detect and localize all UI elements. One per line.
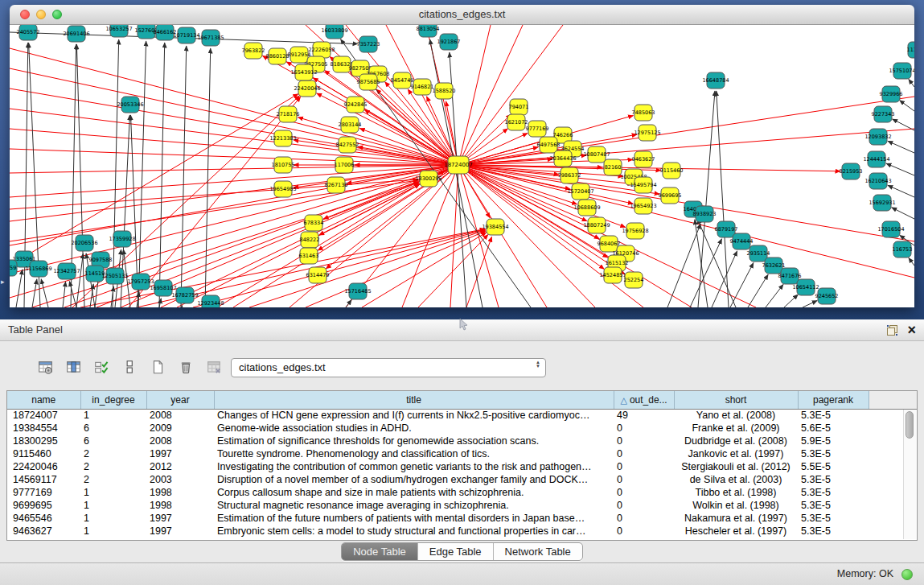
network-file-select[interactable]: citations_edges.txt ▲▼: [231, 358, 546, 377]
graph-edge[interactable]: [803, 300, 817, 307]
tab-edge-table[interactable]: Edge Table: [418, 543, 494, 560]
graph-node-label: 7632621: [762, 262, 786, 269]
graph-edge[interactable]: [888, 141, 914, 153]
graph-edge[interactable]: [16, 270, 23, 307]
graph-edge[interactable]: [458, 25, 523, 165]
table-row[interactable]: 946362711997Embryonic stem cells: a mode…: [7, 525, 917, 538]
table-scrollbar-thumb[interactable]: [906, 411, 914, 439]
graph-node-label: 16782759: [171, 292, 198, 299]
graph-edge[interactable]: [10, 179, 418, 209]
graph-node-label: 17957253: [127, 278, 154, 285]
rows-icon[interactable]: [118, 356, 141, 377]
graph-edge[interactable]: [10, 180, 418, 241]
panel-collapse-arrow[interactable]: ▸: [1, 278, 5, 286]
graph-edge[interactable]: [138, 41, 146, 307]
graph-edge[interactable]: [362, 233, 487, 307]
graph-edge[interactable]: [886, 163, 914, 175]
graph-node-label: 9242845: [344, 101, 368, 108]
column-checklist-icon[interactable]: [90, 356, 113, 377]
column-header-pagerank[interactable]: pagerank: [798, 391, 869, 409]
graph-edge[interactable]: [909, 257, 914, 266]
graph-edge[interactable]: [784, 295, 798, 307]
graph-edge[interactable]: [10, 129, 458, 165]
graph-edge[interactable]: [10, 89, 458, 165]
cell-pagerank: 5.5E-5: [798, 460, 869, 473]
cell-title: Investigating the contribution of common…: [214, 460, 614, 473]
column-header-name[interactable]: name: [7, 391, 80, 409]
graph-edge[interactable]: [346, 299, 351, 307]
memory-status-icon[interactable]: [901, 569, 913, 580]
new-column-icon[interactable]: [146, 356, 169, 377]
graph-node-label: 6314479: [306, 272, 330, 278]
graph-edge[interactable]: [418, 234, 488, 307]
column-header-in_degree[interactable]: in_degree: [80, 391, 146, 409]
graph-edge[interactable]: [712, 251, 737, 307]
graph-node-label: 8813054: [417, 26, 440, 32]
network-file-select-value: citations_edges.txt: [239, 361, 326, 373]
cell-short: Dudbridge et al. (2008): [674, 435, 798, 447]
cell-name: 18300295: [7, 435, 80, 447]
graph-edge[interactable]: [306, 231, 486, 307]
tab-network-table[interactable]: Network Table: [494, 543, 582, 560]
graph-edge[interactable]: [32, 279, 37, 307]
graph-edge[interactable]: [698, 91, 715, 307]
table-scrollbar[interactable]: [903, 410, 916, 539]
graph-edge[interactable]: [376, 89, 458, 165]
graph-node-label: 9227343: [872, 111, 895, 117]
table-row[interactable]: 1456911722003Disruption of a novel membe…: [7, 473, 917, 486]
float-window-icon[interactable]: [887, 325, 897, 336]
network-canvas[interactable]: 1872400718300295193845542242004691154609…: [10, 25, 914, 307]
table-row[interactable]: 969969511998Structural magnetic resonanc…: [7, 499, 917, 512]
delete-table-icon[interactable]: [203, 356, 225, 377]
table-mode-icon[interactable]: [34, 356, 56, 377]
graph-edge[interactable]: [159, 43, 165, 307]
tab-node-table[interactable]: Node Table: [342, 543, 418, 560]
graph-node-label: 10688609: [573, 204, 600, 211]
cytoscape-app: citations_edges.txt 18724007183002951938…: [0, 0, 924, 585]
graph-node-label: 12975125: [634, 130, 660, 136]
table-row[interactable]: 1938455462009Genome-wide association stu…: [7, 422, 917, 435]
cell-in_degree: 1: [80, 512, 146, 525]
column-header-year[interactable]: year: [146, 391, 214, 409]
graph-edge[interactable]: [181, 46, 187, 307]
column-header-short[interactable]: short: [674, 391, 798, 409]
cell-short: de Silva et al. (2003): [674, 473, 798, 486]
graph-edge[interactable]: [888, 185, 914, 197]
graph-edge[interactable]: [76, 253, 83, 307]
select-columns-icon[interactable]: [62, 356, 84, 377]
table-row[interactable]: 1830029562008Estimation of significance …: [7, 435, 917, 447]
graph-edge[interactable]: [80, 229, 485, 307]
cell-year: 2008: [146, 435, 214, 447]
graph-edge[interactable]: [10, 165, 458, 173]
citation-graph[interactable]: 1872400718300295193845542242004691154609…: [10, 25, 914, 307]
graph-edge[interactable]: [909, 79, 914, 87]
column-header-title[interactable]: title: [214, 391, 614, 409]
graph-edge[interactable]: [766, 284, 783, 307]
table-row[interactable]: 2242004622012Investigating the contribut…: [7, 460, 917, 473]
table-row[interactable]: 946554611997Estimation of the future num…: [7, 512, 917, 525]
graph-edge[interactable]: [892, 208, 914, 219]
cell-pagerank: 5.3E-5: [798, 409, 869, 422]
cell-title: Genome-wide association studies in ADHD.: [214, 422, 614, 435]
close-icon[interactable]: ×: [907, 319, 916, 340]
graph-edge[interactable]: [63, 282, 66, 307]
graph-edge[interactable]: [161, 183, 419, 307]
network-window-titlebar[interactable]: citations_edges.txt: [10, 5, 914, 25]
graph-node-label: 12342757: [53, 268, 80, 274]
graph-edge[interactable]: [748, 274, 768, 307]
graph-edge[interactable]: [182, 306, 183, 307]
table-row[interactable]: 977716911998Corpus callosum shape and si…: [7, 486, 917, 499]
graph-edge[interactable]: [10, 165, 458, 245]
graph-edge[interactable]: [205, 48, 211, 307]
cell-short: Yano et al. (2008): [674, 409, 798, 422]
table-row[interactable]: 1872400712008Changes of HCN gene express…: [7, 409, 917, 422]
graph-node-label: 19384554: [482, 224, 508, 230]
column-header-out_degree[interactable]: △out_de...: [614, 391, 674, 409]
delete-column-icon[interactable]: [175, 356, 197, 377]
graph-edge[interactable]: [900, 101, 914, 111]
graph-node-label: 12923448: [197, 300, 224, 307]
graph-edge[interactable]: [893, 119, 914, 130]
graph-node-label: 6497568: [537, 142, 561, 148]
cell-year: 2008: [146, 409, 214, 422]
table-row[interactable]: 911546021997Tourette syndrome. Phenomeno…: [7, 447, 917, 460]
